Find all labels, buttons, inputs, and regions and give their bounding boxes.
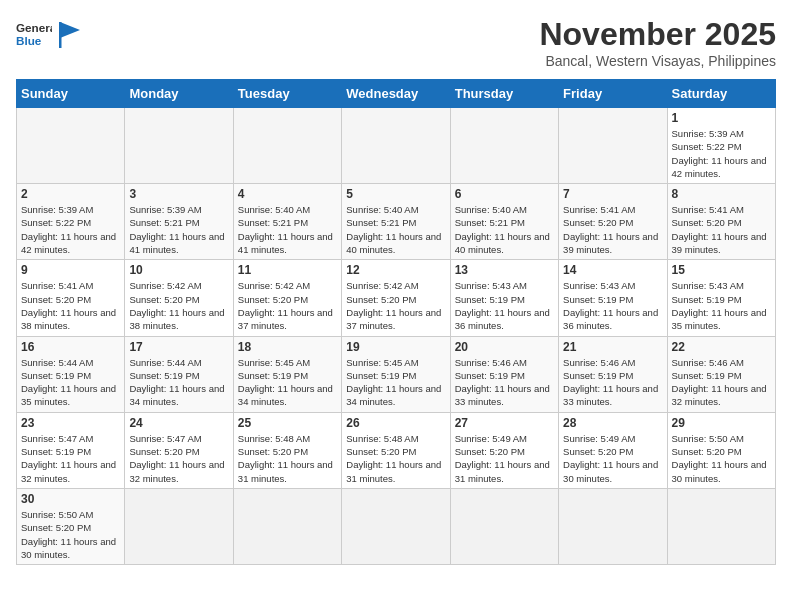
location-subtitle: Bancal, Western Visayas, Philippines xyxy=(539,53,776,69)
calendar-cell: 15Sunrise: 5:43 AM Sunset: 5:19 PM Dayli… xyxy=(667,260,775,336)
day-info: Sunrise: 5:42 AM Sunset: 5:20 PM Dayligh… xyxy=(346,279,445,332)
day-number: 11 xyxy=(238,263,337,277)
calendar-cell: 7Sunrise: 5:41 AM Sunset: 5:20 PM Daylig… xyxy=(559,184,667,260)
day-number: 10 xyxy=(129,263,228,277)
day-info: Sunrise: 5:44 AM Sunset: 5:19 PM Dayligh… xyxy=(21,356,120,409)
calendar-cell: 5Sunrise: 5:40 AM Sunset: 5:21 PM Daylig… xyxy=(342,184,450,260)
calendar-cell xyxy=(667,488,775,564)
day-info: Sunrise: 5:47 AM Sunset: 5:19 PM Dayligh… xyxy=(21,432,120,485)
weekday-header-saturday: Saturday xyxy=(667,80,775,108)
calendar-cell: 29Sunrise: 5:50 AM Sunset: 5:20 PM Dayli… xyxy=(667,412,775,488)
calendar-cell: 25Sunrise: 5:48 AM Sunset: 5:20 PM Dayli… xyxy=(233,412,341,488)
calendar-row: 23Sunrise: 5:47 AM Sunset: 5:19 PM Dayli… xyxy=(17,412,776,488)
day-number: 3 xyxy=(129,187,228,201)
calendar-cell xyxy=(17,108,125,184)
day-number: 29 xyxy=(672,416,771,430)
day-number: 28 xyxy=(563,416,662,430)
weekday-header-thursday: Thursday xyxy=(450,80,558,108)
day-info: Sunrise: 5:41 AM Sunset: 5:20 PM Dayligh… xyxy=(563,203,662,256)
day-number: 25 xyxy=(238,416,337,430)
calendar-cell: 22Sunrise: 5:46 AM Sunset: 5:19 PM Dayli… xyxy=(667,336,775,412)
weekday-header-sunday: Sunday xyxy=(17,80,125,108)
calendar-row: 9Sunrise: 5:41 AM Sunset: 5:20 PM Daylig… xyxy=(17,260,776,336)
calendar-cell: 16Sunrise: 5:44 AM Sunset: 5:19 PM Dayli… xyxy=(17,336,125,412)
month-title: November 2025 xyxy=(539,16,776,53)
svg-text:General: General xyxy=(16,21,52,34)
day-number: 19 xyxy=(346,340,445,354)
day-info: Sunrise: 5:39 AM Sunset: 5:22 PM Dayligh… xyxy=(21,203,120,256)
calendar-cell: 1Sunrise: 5:39 AM Sunset: 5:22 PM Daylig… xyxy=(667,108,775,184)
day-number: 6 xyxy=(455,187,554,201)
calendar-cell: 30Sunrise: 5:50 AM Sunset: 5:20 PM Dayli… xyxy=(17,488,125,564)
day-info: Sunrise: 5:40 AM Sunset: 5:21 PM Dayligh… xyxy=(238,203,337,256)
day-number: 24 xyxy=(129,416,228,430)
day-info: Sunrise: 5:46 AM Sunset: 5:19 PM Dayligh… xyxy=(563,356,662,409)
calendar-row: 2Sunrise: 5:39 AM Sunset: 5:22 PM Daylig… xyxy=(17,184,776,260)
day-number: 22 xyxy=(672,340,771,354)
day-info: Sunrise: 5:46 AM Sunset: 5:19 PM Dayligh… xyxy=(672,356,771,409)
calendar-row: 30Sunrise: 5:50 AM Sunset: 5:20 PM Dayli… xyxy=(17,488,776,564)
calendar-cell xyxy=(125,488,233,564)
calendar-cell: 18Sunrise: 5:45 AM Sunset: 5:19 PM Dayli… xyxy=(233,336,341,412)
calendar-cell xyxy=(342,108,450,184)
day-number: 30 xyxy=(21,492,120,506)
calendar-cell: 28Sunrise: 5:49 AM Sunset: 5:20 PM Dayli… xyxy=(559,412,667,488)
calendar-cell: 14Sunrise: 5:43 AM Sunset: 5:19 PM Dayli… xyxy=(559,260,667,336)
day-number: 9 xyxy=(21,263,120,277)
day-number: 20 xyxy=(455,340,554,354)
day-info: Sunrise: 5:42 AM Sunset: 5:20 PM Dayligh… xyxy=(238,279,337,332)
day-info: Sunrise: 5:48 AM Sunset: 5:20 PM Dayligh… xyxy=(238,432,337,485)
day-info: Sunrise: 5:45 AM Sunset: 5:19 PM Dayligh… xyxy=(238,356,337,409)
day-number: 4 xyxy=(238,187,337,201)
day-number: 21 xyxy=(563,340,662,354)
calendar-row: 1Sunrise: 5:39 AM Sunset: 5:22 PM Daylig… xyxy=(17,108,776,184)
calendar-cell: 10Sunrise: 5:42 AM Sunset: 5:20 PM Dayli… xyxy=(125,260,233,336)
day-info: Sunrise: 5:41 AM Sunset: 5:20 PM Dayligh… xyxy=(21,279,120,332)
calendar-cell: 24Sunrise: 5:47 AM Sunset: 5:20 PM Dayli… xyxy=(125,412,233,488)
day-info: Sunrise: 5:45 AM Sunset: 5:19 PM Dayligh… xyxy=(346,356,445,409)
day-number: 16 xyxy=(21,340,120,354)
svg-marker-2 xyxy=(60,22,80,38)
calendar: SundayMondayTuesdayWednesdayThursdayFrid… xyxy=(16,79,776,565)
weekday-header-wednesday: Wednesday xyxy=(342,80,450,108)
day-info: Sunrise: 5:49 AM Sunset: 5:20 PM Dayligh… xyxy=(455,432,554,485)
calendar-cell: 27Sunrise: 5:49 AM Sunset: 5:20 PM Dayli… xyxy=(450,412,558,488)
day-number: 2 xyxy=(21,187,120,201)
calendar-cell: 12Sunrise: 5:42 AM Sunset: 5:20 PM Dayli… xyxy=(342,260,450,336)
day-number: 5 xyxy=(346,187,445,201)
day-number: 8 xyxy=(672,187,771,201)
day-info: Sunrise: 5:44 AM Sunset: 5:19 PM Dayligh… xyxy=(129,356,228,409)
calendar-cell: 13Sunrise: 5:43 AM Sunset: 5:19 PM Dayli… xyxy=(450,260,558,336)
title-area: November 2025 Bancal, Western Visayas, P… xyxy=(539,16,776,69)
day-info: Sunrise: 5:49 AM Sunset: 5:20 PM Dayligh… xyxy=(563,432,662,485)
logo-icon: General Blue xyxy=(16,16,52,52)
logo: General Blue xyxy=(16,16,84,52)
header: General Blue November 2025 Bancal, Weste… xyxy=(16,16,776,69)
day-number: 1 xyxy=(672,111,771,125)
flag-icon xyxy=(56,20,84,48)
day-info: Sunrise: 5:40 AM Sunset: 5:21 PM Dayligh… xyxy=(346,203,445,256)
day-info: Sunrise: 5:50 AM Sunset: 5:20 PM Dayligh… xyxy=(21,508,120,561)
day-info: Sunrise: 5:43 AM Sunset: 5:19 PM Dayligh… xyxy=(563,279,662,332)
day-number: 7 xyxy=(563,187,662,201)
calendar-cell xyxy=(233,108,341,184)
day-number: 18 xyxy=(238,340,337,354)
calendar-cell: 19Sunrise: 5:45 AM Sunset: 5:19 PM Dayli… xyxy=(342,336,450,412)
day-number: 17 xyxy=(129,340,228,354)
calendar-cell: 4Sunrise: 5:40 AM Sunset: 5:21 PM Daylig… xyxy=(233,184,341,260)
calendar-cell: 8Sunrise: 5:41 AM Sunset: 5:20 PM Daylig… xyxy=(667,184,775,260)
calendar-cell: 17Sunrise: 5:44 AM Sunset: 5:19 PM Dayli… xyxy=(125,336,233,412)
calendar-cell xyxy=(559,488,667,564)
calendar-cell: 11Sunrise: 5:42 AM Sunset: 5:20 PM Dayli… xyxy=(233,260,341,336)
calendar-cell xyxy=(233,488,341,564)
weekday-header-friday: Friday xyxy=(559,80,667,108)
calendar-cell: 2Sunrise: 5:39 AM Sunset: 5:22 PM Daylig… xyxy=(17,184,125,260)
day-info: Sunrise: 5:39 AM Sunset: 5:21 PM Dayligh… xyxy=(129,203,228,256)
weekday-header-monday: Monday xyxy=(125,80,233,108)
day-number: 23 xyxy=(21,416,120,430)
day-info: Sunrise: 5:48 AM Sunset: 5:20 PM Dayligh… xyxy=(346,432,445,485)
day-info: Sunrise: 5:50 AM Sunset: 5:20 PM Dayligh… xyxy=(672,432,771,485)
calendar-cell: 21Sunrise: 5:46 AM Sunset: 5:19 PM Dayli… xyxy=(559,336,667,412)
calendar-cell: 9Sunrise: 5:41 AM Sunset: 5:20 PM Daylig… xyxy=(17,260,125,336)
day-info: Sunrise: 5:42 AM Sunset: 5:20 PM Dayligh… xyxy=(129,279,228,332)
